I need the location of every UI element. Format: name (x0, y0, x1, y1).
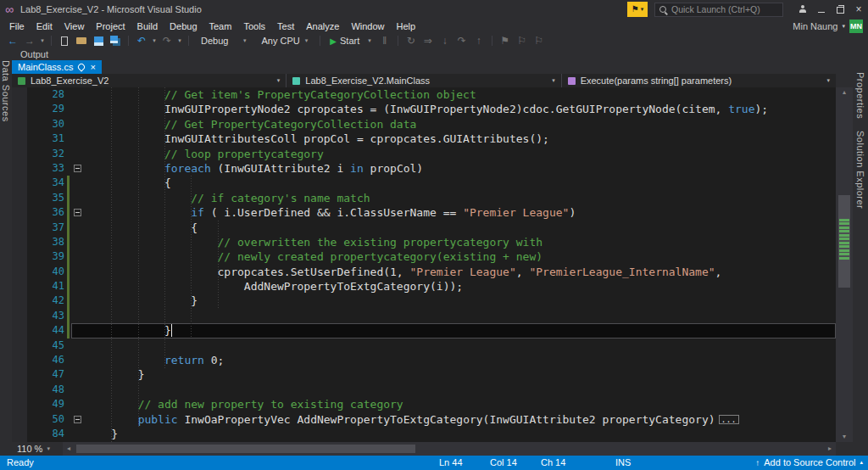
breakpoint-margin-cell[interactable] (12, 323, 27, 338)
code-text[interactable]: // loop propertycategory (85, 147, 836, 161)
step-into-icon[interactable]: ↓ (437, 34, 453, 48)
breakpoint-margin-cell[interactable] (12, 235, 27, 249)
code-text[interactable]: // add new property to existing category (85, 397, 836, 411)
breakpoint-margin-cell[interactable] (12, 147, 27, 161)
code-text[interactable]: // newly created propertycategory(existi… (85, 249, 836, 264)
breadcrumb-project-dropdown[interactable]: Lab8_Exercise_V2 ▾ (12, 74, 287, 87)
code-text[interactable]: // overwritten the existing propertycate… (85, 235, 836, 249)
code-text[interactable]: { (85, 221, 836, 235)
code-text[interactable] (85, 339, 836, 353)
tab-properties[interactable]: Properties (855, 72, 865, 119)
code-text[interactable]: } (85, 323, 836, 338)
previous-bookmark-icon[interactable]: ⚐ (515, 34, 530, 48)
breakpoint-margin-cell[interactable] (12, 249, 27, 264)
menu-item-debug[interactable]: Debug (164, 20, 203, 32)
debug-config-combo[interactable]: Debug▾ (197, 35, 251, 48)
code-line-41[interactable]: 41 AddNewPropertyToExtgCategory(i)); (12, 279, 836, 294)
code-text[interactable] (85, 309, 836, 323)
scroll-right-icon[interactable]: ▸ (824, 442, 836, 456)
code-text[interactable]: return 0; (85, 353, 836, 367)
breakpoint-margin-cell[interactable] (12, 205, 27, 220)
menu-item-file[interactable]: File (3, 20, 31, 32)
code-line-42[interactable]: 42 } (12, 294, 836, 308)
code-text[interactable]: InwGUIAttributesColl propCol = cpropcate… (85, 131, 836, 146)
code-line-37[interactable]: 37 { (12, 221, 836, 235)
code-text[interactable]: } (85, 427, 836, 441)
menu-item-edit[interactable]: Edit (31, 20, 58, 32)
code-line-33[interactable]: 33 foreach (InwGUIAttribute2 i in propCo… (12, 161, 836, 176)
restart-icon[interactable]: ↻ (403, 34, 419, 48)
tab-data-sources[interactable]: Data Sources (1, 60, 11, 122)
breakpoint-margin-cell[interactable] (12, 191, 27, 205)
code-text[interactable]: { (85, 176, 836, 190)
add-to-source-control-button[interactable]: ↑ Add to Source Control ▴ (755, 457, 863, 467)
code-line-44[interactable]: 44 } (12, 323, 836, 338)
code-line-47[interactable]: 47 } (12, 367, 836, 382)
breakpoint-margin-cell[interactable] (12, 131, 27, 146)
code-line-46[interactable]: 46 return 0; (12, 353, 836, 367)
start-button[interactable]: ▶Start▾ (330, 36, 370, 46)
save-icon[interactable] (91, 34, 106, 48)
code-text[interactable]: AddNewPropertyToExtgCategory(i)); (85, 279, 836, 294)
code-text[interactable]: cpropcates.SetUserDefined(1, "Premier Le… (85, 265, 836, 279)
breakpoint-margin-cell[interactable] (12, 87, 27, 102)
breakpoint-margin-cell[interactable] (12, 367, 27, 382)
menu-item-tools[interactable]: Tools (237, 20, 271, 32)
code-text[interactable]: if ( i.UserDefined && i.ClassUserName ==… (85, 205, 836, 220)
vertical-scrollbar[interactable]: ▴ ▾ (836, 87, 853, 442)
nav-back-icon[interactable]: ← (5, 34, 20, 48)
code-line-45[interactable]: 45 (12, 339, 836, 353)
code-editor[interactable]: 28 // Get item's PropertyCategoryCollect… (12, 87, 836, 442)
restore-button[interactable] (831, 0, 849, 19)
breakpoint-margin-cell[interactable] (12, 339, 27, 353)
redo-dropdown-icon[interactable]: ▾ (176, 34, 183, 48)
code-line-43[interactable]: 43 (12, 309, 836, 323)
show-next-statement-icon[interactable]: ⇒ (420, 34, 436, 48)
collapse-toggle-icon[interactable] (74, 165, 81, 172)
breadcrumb-member-dropdown[interactable]: Execute(params string[] parameters) ▾ (562, 74, 836, 87)
code-text[interactable]: // Get PropertyCategoryCollection data (85, 117, 836, 131)
next-bookmark-icon[interactable]: ⚐ (531, 34, 547, 48)
scroll-down-icon[interactable]: ▾ (836, 433, 853, 441)
close-tab-icon[interactable]: × (90, 63, 95, 72)
menu-item-window[interactable]: Window (345, 20, 390, 32)
quick-launch-input[interactable]: Quick Launch (Ctrl+Q) (654, 3, 783, 17)
breakpoint-margin-cell[interactable] (12, 279, 27, 294)
breakpoint-margin-cell[interactable] (12, 117, 27, 131)
menu-item-project[interactable]: Project (90, 20, 131, 32)
code-text[interactable]: foreach (InwGUIAttribute2 i in propCol) (85, 161, 836, 176)
code-line-28[interactable]: 28 // Get item's PropertyCategoryCollect… (12, 87, 836, 102)
toggle-bookmark-icon[interactable]: ⚑ (498, 34, 513, 48)
code-line-36[interactable]: 36 if ( i.UserDefined && i.ClassUserName… (12, 205, 836, 220)
breakpoint-margin-cell[interactable] (12, 412, 27, 427)
new-file-icon[interactable] (57, 34, 72, 48)
code-line-84[interactable]: 84 } (12, 427, 836, 441)
minimize-button[interactable] (812, 0, 831, 19)
menu-item-help[interactable]: Help (391, 20, 422, 32)
breakpoint-margin-cell[interactable] (12, 309, 27, 323)
undo-dropdown-icon[interactable]: ▾ (151, 34, 158, 48)
pin-icon[interactable] (77, 62, 86, 71)
menu-item-build[interactable]: Build (131, 20, 164, 32)
collapse-toggle-icon[interactable] (74, 209, 81, 216)
tab-mainclass[interactable]: MainClass.cs × (12, 60, 102, 74)
tab-solution-explorer[interactable]: Solution Explorer (855, 131, 865, 209)
user-name[interactable]: Min Naung (793, 21, 837, 31)
code-line-49[interactable]: 49 // add new property to existing categ… (12, 397, 836, 411)
scroll-up-icon[interactable]: ▴ (836, 88, 853, 97)
feedback-button[interactable] (793, 0, 812, 19)
collapse-toggle-icon[interactable] (74, 416, 81, 423)
code-line-38[interactable]: 38 // overwritten the existing propertyc… (12, 235, 836, 249)
code-text[interactable]: } (85, 294, 836, 308)
breakpoint-margin-cell[interactable] (12, 383, 27, 397)
menu-item-analyze[interactable]: Analyze (300, 20, 345, 32)
step-out-icon[interactable]: ↑ (471, 34, 487, 48)
breadcrumb-class-dropdown[interactable]: Lab8_Exercise_V2.MainClass ▾ (287, 74, 561, 87)
nav-forward-icon[interactable]: → (22, 34, 37, 48)
code-line-29[interactable]: 29 InwGUIPropertyNode2 cpropcates = (Inw… (12, 102, 836, 116)
breakpoint-margin-cell[interactable] (12, 265, 27, 279)
code-line-50[interactable]: 50 public InwOaPropertyVec AddNewPropert… (12, 412, 836, 427)
redo-icon[interactable]: ↷ (159, 34, 175, 48)
output-tool-tab[interactable]: Output (12, 48, 48, 60)
horizontal-scrollbar-thumb[interactable] (76, 445, 415, 453)
